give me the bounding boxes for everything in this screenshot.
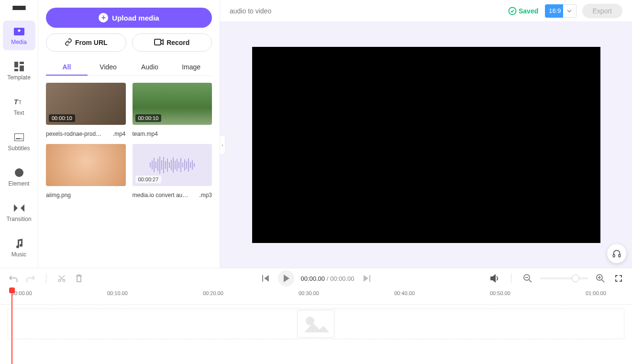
svg-rect-11 (22, 138, 22, 139)
svg-rect-4 (20, 62, 24, 64)
topbar: audio to video Saved 16:9 Export (220, 0, 632, 22)
playback-controls: 00:00.00 / 00:00.00 (259, 270, 372, 287)
camera-icon (154, 39, 164, 47)
template-icon (13, 61, 25, 72)
svg-rect-13 (155, 39, 161, 45)
tab-video[interactable]: Video (88, 59, 129, 76)
media-item[interactable]: 00:00:27 media.io convert au… .mp3 (133, 144, 212, 199)
element-icon (13, 167, 25, 178)
duration-badge: 00:00:10 (135, 114, 162, 122)
waveform-icon (150, 155, 195, 175)
from-url-button[interactable]: From URL (46, 33, 126, 52)
ruler-mark: 00:50.00 (490, 290, 510, 296)
sidebar-label: Element (8, 180, 29, 187)
svg-rect-5 (20, 66, 24, 71)
from-url-label: From URL (75, 39, 108, 46)
svg-rect-3 (14, 62, 18, 67)
sidebar-item-template[interactable]: Template (3, 56, 35, 86)
saved-status: Saved (508, 7, 538, 15)
media-thumbnail: 00:00:10 (133, 83, 212, 125)
timecode: 00:00.00 / 00:00.00 (300, 275, 354, 282)
media-item[interactable]: 00:00:10 team.mp4 (133, 83, 212, 137)
zoom-handle[interactable] (572, 275, 579, 282)
media-thumbnail (46, 144, 126, 186)
svg-rect-2 (19, 29, 20, 32)
ruler-mark: 00:30.00 (299, 290, 319, 296)
cut-button[interactable] (56, 273, 67, 284)
prev-frame-button[interactable] (259, 273, 271, 284)
media-name: media.io convert au… (133, 192, 188, 199)
undo-button[interactable] (8, 273, 19, 284)
media-item[interactable]: 00:00:10 pexels-rodnae-prod… .mp4 (46, 83, 126, 137)
media-tabs: All Video Audio Image (46, 59, 212, 76)
drop-placeholder-icon (297, 310, 334, 338)
svg-rect-15 (613, 254, 615, 257)
volume-button[interactable] (489, 273, 500, 284)
aspect-ratio-dropdown[interactable] (563, 4, 577, 18)
media-name: pexels-rodnae-prod… (46, 131, 101, 137)
subtitles-icon (13, 132, 25, 143)
playhead[interactable] (11, 288, 12, 364)
ruler-mark: 01:00.00 (586, 290, 606, 296)
svg-text:T: T (19, 100, 22, 105)
ruler-mark: 00:40.00 (394, 290, 415, 296)
svg-rect-19 (262, 275, 263, 282)
tab-audio[interactable]: Audio (129, 59, 171, 76)
timeline-controls: 00:00.00 / 00:00.00 (0, 268, 632, 288)
collapse-panel-handle[interactable]: ‹ (220, 135, 225, 154)
sidebar-item-subtitles[interactable]: Subtitles (3, 127, 35, 156)
duration-badge: 00:00:27 (135, 176, 162, 183)
record-button[interactable]: Record (132, 33, 212, 52)
zoom-in-button[interactable] (595, 273, 606, 284)
svg-point-12 (15, 168, 23, 177)
track-row[interactable] (8, 309, 624, 339)
zoom-slider[interactable] (540, 277, 588, 279)
sidebar-label: Music (11, 251, 26, 258)
headphones-icon (612, 249, 621, 258)
canvas-wrap: ‹ (220, 22, 632, 268)
ruler-mark: 00:20.00 (203, 290, 223, 296)
svg-rect-20 (369, 275, 370, 282)
project-title[interactable]: audio to video (230, 7, 508, 15)
media-name: team.mp4 (133, 131, 158, 137)
support-button[interactable] (607, 244, 626, 263)
export-button[interactable]: Export (582, 4, 622, 18)
music-icon (13, 238, 25, 249)
play-button[interactable] (277, 270, 294, 287)
sidebar-label: Media (11, 39, 27, 45)
tab-image[interactable]: Image (170, 59, 212, 76)
transition-icon (13, 202, 25, 214)
link-icon (65, 38, 72, 47)
sidebar-item-transition[interactable]: Transition (3, 198, 35, 227)
timeline-tracks[interactable]: Drag and drop media to timeline. (0, 305, 632, 364)
sidebar-item-media[interactable]: Media (3, 21, 35, 50)
upload-label: Upload media (112, 14, 159, 22)
timeline-ruler[interactable]: 00:00.00 00:10.00 00:20.00 00:30.00 00:4… (0, 288, 632, 305)
timeline-area: 00:00.00 / 00:00.00 00:00.00 00:10.00 00… (0, 268, 632, 364)
zoom-out-button[interactable] (522, 273, 533, 284)
aspect-ratio-select[interactable]: 16:9 (545, 4, 563, 18)
media-item[interactable]: aiimg.png (46, 144, 126, 199)
delete-button[interactable] (73, 273, 85, 284)
next-frame-button[interactable] (361, 273, 373, 284)
media-ext: .mp3 (199, 192, 212, 199)
sidebar-item-element[interactable]: Element (3, 162, 35, 192)
video-canvas[interactable] (252, 47, 600, 243)
left-sidebar: Media Template TT Text Subtitles (0, 0, 38, 268)
fit-button[interactable] (613, 273, 624, 284)
sidebar-label: Template (7, 74, 31, 81)
sidebar-label: Subtitles (8, 145, 30, 152)
preview-area: audio to video Saved 16:9 Export ‹ (220, 0, 632, 268)
media-name: aiimg.png (46, 192, 71, 199)
upload-media-button[interactable]: + Upload media (46, 8, 212, 28)
redo-button[interactable] (25, 273, 36, 284)
sidebar-item-music[interactable]: Music (3, 233, 35, 263)
tab-all[interactable]: All (46, 59, 88, 76)
plus-circle-icon: + (99, 13, 108, 22)
media-thumbnail: 00:00:27 (133, 144, 212, 186)
ruler-mark: 00:10.00 (107, 290, 128, 296)
svg-rect-16 (619, 254, 620, 257)
menu-icon[interactable] (12, 6, 26, 10)
sidebar-item-text[interactable]: TT Text (3, 91, 35, 121)
svg-rect-10 (16, 138, 21, 139)
